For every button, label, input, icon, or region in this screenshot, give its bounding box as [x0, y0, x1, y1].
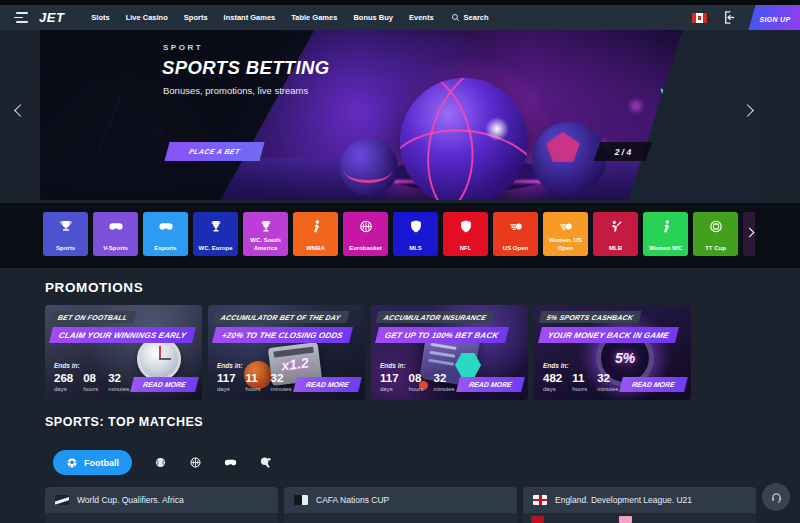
tennis-ball-icon [154, 456, 167, 469]
cup-icon [258, 219, 273, 234]
place-a-bet-button[interactable]: PLACE A BET [164, 142, 264, 161]
soccer-ball-icon [66, 457, 78, 469]
category-label: US Open [494, 245, 537, 253]
promo-countdown: 268days 08hours 32minutes [54, 373, 129, 393]
tab-tennis-ball[interactable] [153, 456, 167, 470]
carousel-prev-icon[interactable] [14, 104, 27, 117]
batter-icon [608, 219, 623, 234]
category-tile-wnba[interactable]: WNBA [293, 212, 338, 256]
nav-item-sports[interactable]: Sports [184, 13, 208, 22]
sport-tabs: Football [53, 450, 272, 475]
promo-card[interactable]: 5% 5% SPORTS CASHBACK YOUR MONEY BACK IN… [534, 305, 691, 400]
category-tile-us-open[interactable]: US Open [493, 212, 538, 256]
top-navigation: JET SlotsLive CasinoSportsInstant GamesT… [0, 5, 800, 30]
promo-ends-label: Ends in: [217, 362, 243, 369]
read-more-button[interactable]: READ MORE [619, 377, 688, 392]
tab-gamepad[interactable] [223, 456, 237, 470]
flame-icon [508, 219, 523, 234]
hero-subtitle: Bonuses, promotions, live streams [163, 85, 308, 96]
flame-icon [558, 219, 573, 234]
support-button[interactable] [762, 483, 790, 511]
category-tile-mlb[interactable]: MLB [593, 212, 638, 256]
league-label: England. Development League. U21 [555, 495, 692, 505]
tab-basketball[interactable] [188, 456, 202, 470]
promo-headline: GET UP TO 100% BET BACK [375, 327, 509, 343]
england-flag [533, 495, 547, 505]
category-row: Sports V-Sports Esports WC. Europe WC. S… [43, 212, 738, 256]
read-more-button[interactable]: READ MORE [130, 377, 199, 392]
league-column-england-development-league-u21: England. Development League. U21 [523, 487, 756, 523]
nav-item-instant-games[interactable]: Instant Games [224, 13, 276, 22]
gamepad-icon [108, 219, 123, 234]
category-label: Women. US Open [544, 237, 587, 252]
hero-banner[interactable]: SPORT SPORTS BETTING Bonuses, promotions… [40, 30, 762, 200]
promo-headline: CLAIM YOUR WINNINGS EARLY [49, 327, 196, 343]
nav-item-live-casino[interactable]: Live Casino [126, 13, 168, 22]
promo-card[interactable]: x1.2 ACCUMULATOR BET OF THE DAY +20% TO … [208, 305, 365, 400]
category-tile-sports[interactable]: Sports [43, 212, 88, 256]
category-tile-eurobasket[interactable]: Eurobasket [343, 212, 388, 256]
category-tile-wc-south-america[interactable]: WC. South America [243, 212, 288, 256]
promotions-heading: PROMOTIONS [45, 280, 143, 295]
promo-card[interactable]: ACCUMULATOR INSURANCE GET UP TO 100% BET… [371, 305, 528, 400]
promo-headline: +20% TO THE CLOSING ODDS [212, 327, 353, 343]
search-icon [451, 13, 460, 22]
category-label: Women WC [644, 245, 687, 253]
login-icon[interactable] [721, 10, 736, 25]
category-tile-esports[interactable]: Esports [143, 212, 188, 256]
category-tile-tt-cup[interactable]: TT Cup [693, 212, 738, 256]
tab-football[interactable]: Football [53, 450, 132, 475]
league-body [45, 513, 278, 523]
basketball-icon [358, 219, 373, 234]
search-control[interactable]: Search [451, 13, 489, 22]
league-label: World Cup. Qualifiers. Africa [77, 495, 184, 505]
read-more-button[interactable]: READ MORE [456, 377, 525, 392]
top-matches-heading: SPORTS: TOP MATCHES [45, 415, 203, 429]
category-label: MLB [594, 245, 637, 253]
promo-countdown: 117days 11hours 32minutes [217, 373, 292, 393]
tab-table-tennis[interactable] [258, 456, 272, 470]
category-tile-wc-europe[interactable]: WC. Europe [193, 212, 238, 256]
nav-item-events[interactable]: Events [409, 13, 434, 22]
player-icon [658, 219, 673, 234]
league-columns: World Cup. Qualifiers. Africa CAFA Natio… [45, 487, 756, 523]
category-tile-women-us-open[interactable]: Women. US Open [543, 212, 588, 256]
category-label: WC. Europe [194, 245, 237, 253]
league-header[interactable]: CAFA Nations CUP [284, 487, 517, 513]
league-body [284, 513, 517, 523]
nav-item-bonus-buy[interactable]: Bonus Buy [353, 13, 393, 22]
sign-up-button[interactable]: SIGN UP [750, 5, 800, 30]
category-label: WNBA [294, 245, 337, 253]
category-tile-mls[interactable]: MLS [393, 212, 438, 256]
category-label: Esports [144, 245, 187, 253]
nav-menu: SlotsLive CasinoSportsInstant GamesTable… [91, 13, 433, 22]
league-header[interactable]: England. Development League. U21 [523, 487, 756, 513]
jet-logo[interactable]: JET [39, 10, 64, 25]
nav-item-table-games[interactable]: Table Games [291, 13, 337, 22]
basketball-icon [189, 456, 202, 469]
team-flag [619, 516, 632, 523]
category-tile-women-wc[interactable]: Women WC [643, 212, 688, 256]
africa-flag [55, 495, 69, 505]
category-tile-nfl[interactable]: NFL [443, 212, 488, 256]
gamepad-icon [224, 456, 237, 469]
promo-ends-label: Ends in: [54, 362, 80, 369]
shield-icon [458, 219, 473, 234]
hamburger-menu-icon[interactable] [14, 12, 28, 22]
cup-icon [208, 219, 223, 234]
language-flag-canada[interactable] [692, 13, 707, 23]
promotions-row: BET ON FOOTBALL CLAIM YOUR WINNINGS EARL… [45, 305, 691, 400]
table-tennis-icon [259, 456, 272, 469]
category-label: Sports [44, 245, 87, 253]
league-column-world-cup-qualifiers-africa: World Cup. Qualifiers. Africa [45, 487, 278, 523]
nav-item-slots[interactable]: Slots [91, 13, 109, 22]
tt-icon [708, 219, 723, 234]
read-more-button[interactable]: READ MORE [293, 377, 362, 392]
soccer-ball-art [340, 138, 398, 196]
promo-card[interactable]: BET ON FOOTBALL CLAIM YOUR WINNINGS EARL… [45, 305, 202, 400]
basketball-art [400, 78, 528, 200]
promo-headline: YOUR MONEY BACK IN GAME [538, 327, 679, 343]
category-tile-v-sports[interactable]: V-Sports [93, 212, 138, 256]
league-header[interactable]: World Cup. Qualifiers. Africa [45, 487, 278, 513]
promo-ends-label: Ends in: [380, 362, 406, 369]
